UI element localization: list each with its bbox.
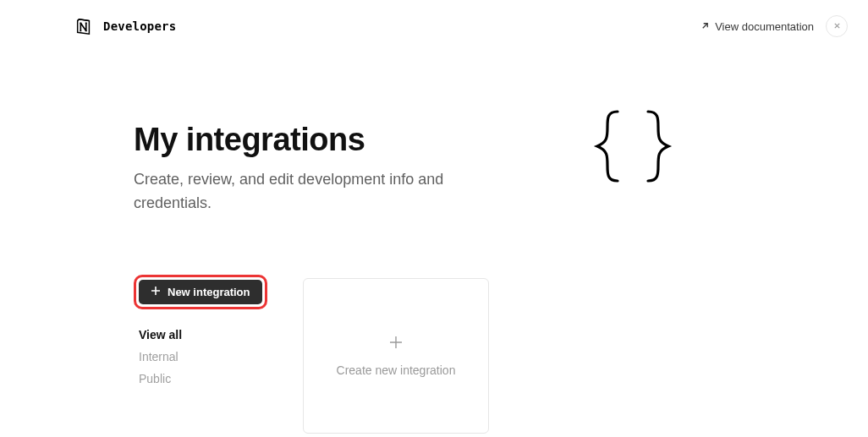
page-subtitle: Create, review, and edit development inf… xyxy=(134,168,506,216)
filter-public[interactable]: Public xyxy=(139,372,277,385)
content-column: My integrations Create, review, and edit… xyxy=(134,122,506,434)
notion-logo-icon xyxy=(74,17,93,36)
controls-row: New integration View all Internal Public… xyxy=(134,275,506,434)
page-title: My integrations xyxy=(134,122,506,158)
doc-link-label: View documentation xyxy=(715,20,814,33)
create-integration-card[interactable]: Create new integration xyxy=(303,278,489,434)
new-integration-button[interactable]: New integration xyxy=(139,280,262,304)
plus-icon xyxy=(151,286,161,298)
filter-view-all[interactable]: View all xyxy=(139,328,277,341)
header-left: Developers xyxy=(74,17,176,36)
sidebar-column: New integration View all Internal Public xyxy=(134,275,277,385)
new-integration-label: New integration xyxy=(168,286,250,298)
external-link-icon xyxy=(700,20,710,33)
view-documentation-link[interactable]: View documentation xyxy=(700,20,814,33)
filter-internal[interactable]: Internal xyxy=(139,350,277,363)
header: Developers View documentation xyxy=(0,0,868,37)
highlight-annotation: New integration xyxy=(134,275,267,309)
close-icon xyxy=(833,21,841,31)
create-card-label: Create new integration xyxy=(337,363,456,377)
header-title: Developers xyxy=(103,19,176,33)
header-right: View documentation xyxy=(700,15,848,37)
close-button[interactable] xyxy=(826,15,848,37)
plus-icon xyxy=(388,335,404,353)
curly-braces-icon xyxy=(591,107,675,191)
filter-list: View all Internal Public xyxy=(134,328,277,385)
main-content: My integrations Create, review, and edit… xyxy=(0,37,868,434)
